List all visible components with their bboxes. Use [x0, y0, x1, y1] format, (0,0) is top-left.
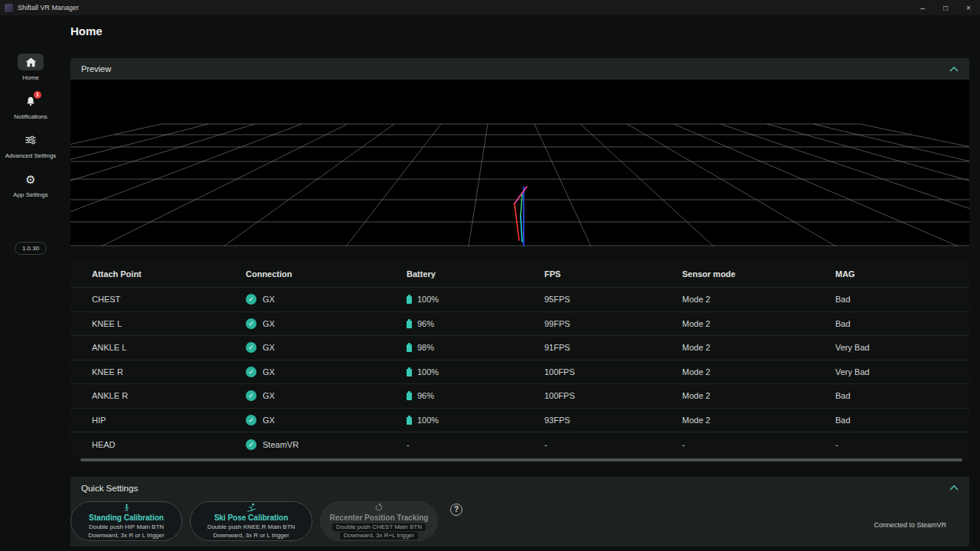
sidebar: Home 1 Notifications Advanced Settings ⚙… — [0, 15, 61, 551]
mag-label: Bad — [835, 391, 969, 400]
fps-label: 91FPS — [544, 343, 682, 352]
sidebar-item-label: Home — [22, 74, 38, 81]
mag-label: Very Bad — [835, 343, 969, 352]
battery-label: 100% — [417, 416, 439, 425]
qs-button-desc: Downward, 3x R+L trigger — [340, 532, 418, 540]
window-controls: – □ × — [911, 0, 980, 15]
person-standing-icon — [122, 503, 131, 513]
table-row: ANKLE R ✓ GX 96% 100FPS Mode 2 Bad — [70, 384, 969, 409]
connection-label: GX — [263, 295, 275, 304]
qs-button-desc: Downward, 3x R or L trigger — [88, 532, 164, 540]
battery-icon — [407, 393, 412, 400]
app-logo-icon — [5, 4, 13, 12]
fps-label: - — [544, 440, 682, 449]
column-header-attach-point: Attach Point — [92, 269, 246, 279]
help-icon[interactable]: ? — [450, 504, 462, 516]
connection-cell: ✓ GX — [246, 294, 407, 305]
table-row: HIP ✓ GX 100% 93FPS Mode 2 Bad — [70, 409, 969, 433]
connection-label: GX — [263, 319, 275, 328]
table-row: HEAD ✓ SteamVR - - - - — [70, 432, 969, 457]
recenter-position-tracking-button[interactable]: Recenter Position Tracking Double push C… — [320, 501, 438, 541]
fps-label: 99FPS — [544, 319, 682, 328]
connection-cell: ✓ GX — [246, 367, 407, 377]
sidebar-item-notifications[interactable]: 1 Notifications — [14, 93, 47, 120]
tracker-table: Attach Point Connection Battery FPS Sens… — [70, 260, 969, 461]
qs-button-label: Standing Calibration — [89, 514, 164, 523]
table-row: KNEE L ✓ GX 96% 99FPS Mode 2 Bad — [70, 312, 969, 337]
battery-icon — [407, 344, 412, 352]
battery-label: - — [407, 440, 410, 449]
window-title: Shiftall VR Manager — [18, 4, 79, 11]
quick-settings-header: Quick Settings — [70, 477, 969, 500]
attach-point-label: CHEST — [92, 295, 246, 304]
maximize-button[interactable]: □ — [934, 0, 957, 15]
connected-check-icon: ✓ — [246, 318, 256, 329]
mag-label: - — [835, 440, 969, 449]
fps-label: 95FPS — [544, 295, 682, 304]
qs-button-desc: Double push HIP Main BTN — [89, 523, 164, 531]
connected-check-icon: ✓ — [246, 390, 256, 401]
battery-cell: 100% — [407, 367, 544, 377]
collapse-quick-settings-button[interactable] — [949, 485, 959, 491]
sidebar-item-home[interactable]: Home — [18, 54, 44, 81]
table-row: KNEE R ✓ GX 100% 100FPS Mode 2 Very Bad — [70, 360, 969, 385]
sidebar-item-app-settings[interactable]: ⚙ App Settings — [13, 171, 47, 198]
sidebar-item-label: App Settings — [13, 191, 47, 198]
horizontal-scrollbar[interactable] — [80, 458, 962, 461]
table-row: ANKLE L ✓ GX 98% 91FPS Mode 2 Very Bad — [70, 336, 969, 360]
version-badge: 1.0.30 — [15, 242, 47, 255]
battery-label: 98% — [417, 343, 434, 352]
battery-cell: 100% — [407, 295, 544, 304]
sensor-mode-label: - — [682, 440, 835, 449]
connected-check-icon: ✓ — [246, 294, 256, 305]
battery-label: 100% — [417, 367, 439, 377]
attach-point-label: ANKLE R — [92, 391, 246, 400]
mag-label: Very Bad — [835, 367, 969, 377]
collapse-preview-button[interactable] — [949, 67, 959, 72]
connection-label: GX — [263, 416, 275, 425]
sidebar-item-advanced-settings[interactable]: Advanced Settings — [5, 132, 57, 159]
qs-button-desc: Double push KNEE.R Main BTN — [207, 523, 296, 531]
preview-panel: Preview — [70, 58, 969, 246]
standing-calibration-button[interactable]: Standing Calibration Double push HIP Mai… — [70, 501, 182, 541]
close-button[interactable]: × — [957, 0, 980, 15]
attach-point-label: ANKLE L — [92, 343, 246, 352]
steamvr-connection-status: Connected to SteamVR — [874, 521, 946, 529]
column-header-fps: FPS — [544, 269, 682, 279]
quick-settings-buttons: Standing Calibration Double push HIP Mai… — [70, 501, 969, 541]
tracker-table-body: CHEST ✓ GX 100% 95FPS Mode 2 Bad KNEE L … — [70, 288, 969, 457]
notification-badge: 1 — [34, 91, 41, 99]
preview-3d-view — [70, 80, 969, 246]
connection-label: SteamVR — [263, 440, 299, 449]
column-header-sensor-mode: Sensor mode — [682, 269, 835, 279]
battery-cell: 100% — [407, 416, 544, 425]
column-header-connection: Connection — [246, 269, 407, 279]
sensor-mode-label: Mode 2 — [682, 416, 835, 425]
connection-label: GX — [263, 391, 275, 400]
mag-label: Bad — [835, 319, 969, 328]
titlebar: Shiftall VR Manager – □ × — [0, 0, 980, 15]
connection-cell: ✓ GX — [246, 390, 407, 401]
perspective-grid — [70, 80, 969, 246]
attach-point-label: HIP — [92, 416, 246, 425]
skier-icon — [247, 503, 256, 513]
sensor-mode-label: Mode 2 — [682, 367, 835, 377]
attach-point-label: KNEE L — [92, 319, 246, 328]
fps-label: 93FPS — [544, 416, 682, 425]
connected-check-icon: ✓ — [246, 439, 256, 450]
chevron-up-icon — [949, 67, 959, 72]
battery-label: 96% — [417, 391, 434, 400]
connection-label: GX — [263, 343, 275, 352]
battery-label: 100% — [417, 295, 439, 304]
ski-pose-calibration-button[interactable]: Ski Pose Calibration Double push KNEE.R … — [190, 501, 312, 541]
mag-label: Bad — [835, 416, 969, 425]
qs-button-desc: Double push CHEST Main BTN — [332, 523, 426, 531]
connection-cell: ✓ GX — [246, 415, 407, 425]
battery-label: 96% — [417, 319, 434, 328]
gear-icon: ⚙ — [18, 171, 44, 187]
column-header-mag: MAG — [835, 269, 969, 279]
qs-button-desc: Downward, 3x R or L trigger — [213, 532, 289, 540]
minimize-button[interactable]: – — [911, 0, 934, 15]
column-header-battery: Battery — [407, 269, 544, 279]
fps-label: 100FPS — [544, 367, 682, 377]
